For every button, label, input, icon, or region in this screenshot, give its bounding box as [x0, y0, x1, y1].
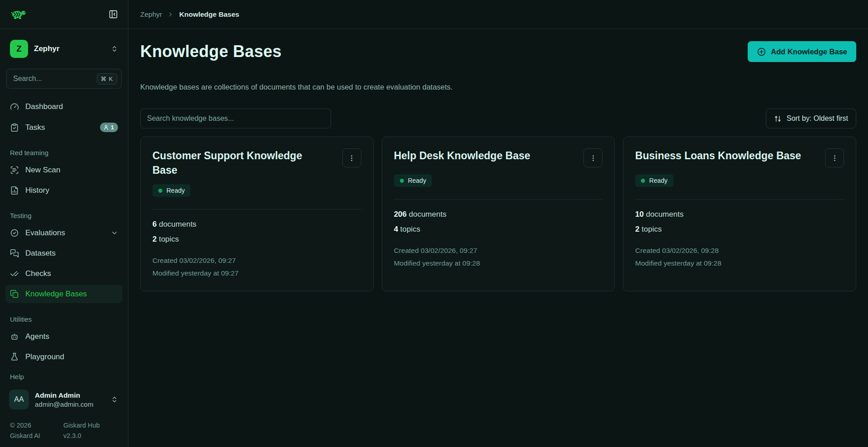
kebab-menu-icon[interactable]: [825, 148, 844, 167]
user-avatar: AA: [9, 390, 29, 409]
card-dates: Created 03/02/2026, 09:27 Modified yeste…: [152, 254, 361, 280]
sort-button[interactable]: Sort by: Oldest first: [766, 109, 856, 128]
sidebar-item-new-scan[interactable]: New Scan: [5, 161, 123, 179]
workspace-selector[interactable]: Z Zephyr: [5, 36, 123, 62]
copyright-row: © 2026 Giskard AI Giskard Hub v2.3.0: [0, 417, 128, 441]
knowledge-base-card[interactable]: Help Desk Knowledge Base Ready 206 docum…: [382, 137, 615, 291]
sidebar-search[interactable]: ⌘ K: [6, 69, 122, 89]
created-date: Created 03/02/2026, 09:27: [394, 244, 603, 257]
sidebar-item-checks[interactable]: Checks: [5, 265, 123, 283]
modified-date: Modified yesterday at 09:27: [152, 267, 361, 280]
workspace-avatar: Z: [10, 40, 28, 58]
sidebar-item-evaluations[interactable]: Evaluations: [5, 224, 123, 242]
chevrons-up-down-icon: [111, 45, 118, 52]
sidebar-item-settings[interactable]: Settings: [5, 368, 123, 373]
sidebar-item-playground[interactable]: Playground: [5, 348, 123, 366]
copyright-text: © 2026 Giskard AI: [10, 420, 55, 441]
plus-circle-icon: [757, 47, 766, 57]
topics-stat: 2 topics: [635, 225, 844, 234]
main-area: Zephyr Knowledge Bases Knowledge Bases A…: [128, 0, 868, 447]
sidebar-item-label: Datasets: [25, 249, 56, 258]
knowledge-base-card[interactable]: Business Loans Knowledge Base Ready 10 d…: [623, 137, 856, 291]
knowledge-base-card[interactable]: Customer Support Knowledge Base Ready 6 …: [140, 137, 374, 291]
sidebar-item-label: Agents: [25, 332, 49, 341]
messages-square-icon: [10, 249, 19, 258]
kebab-menu-icon[interactable]: [342, 148, 361, 167]
page-description: Knowledge bases are collections of docum…: [140, 83, 856, 91]
status-dot-icon: [158, 189, 162, 193]
user-email: admin@admin.com: [35, 400, 105, 408]
books-copy-icon: [10, 290, 19, 299]
user-menu[interactable]: AA Admin Admin admin@admin.com: [5, 387, 123, 412]
sidebar-item-label: Evaluations: [25, 228, 65, 238]
documents-stat: 206 documents: [394, 210, 603, 219]
sidebar-item-knowledge-bases[interactable]: Knowledge Bases: [5, 285, 123, 303]
section-label-utilities: Utilities: [10, 315, 118, 323]
breadcrumb-workspace[interactable]: Zephyr: [140, 10, 162, 19]
status-badge: Ready: [635, 174, 673, 187]
topics-stat: 4 topics: [394, 225, 603, 234]
status-dot-icon: [641, 179, 645, 183]
status-dot-icon: [400, 179, 404, 183]
sidebar-search-input[interactable]: [13, 75, 97, 83]
sidebar-nav: Dashboard Tasks 1 Red teaming New Scan H…: [0, 95, 128, 373]
workspace-name: Zephyr: [34, 44, 105, 53]
file-chart-icon: [10, 186, 19, 195]
sidebar-header: [0, 0, 128, 29]
breadcrumb-current: Knowledge Bases: [179, 10, 239, 19]
section-label-testing: Testing: [10, 212, 118, 219]
kebab-menu-icon[interactable]: [583, 148, 602, 167]
sidebar-item-datasets[interactable]: Datasets: [5, 244, 123, 262]
sidebar-item-dashboard[interactable]: Dashboard: [5, 98, 123, 116]
section-label-red-teaming: Red teaming: [10, 149, 118, 157]
sidebar-item-label: History: [25, 186, 49, 195]
chevron-down-icon: [111, 229, 118, 237]
sidebar-item-label: Dashboard: [25, 102, 63, 111]
documents-stat: 6 documents: [152, 220, 361, 229]
sidebar-footer: Help AA Admin Admin admin@admin.com © 20…: [0, 373, 128, 447]
version-text: Giskard Hub v2.3.0: [63, 420, 109, 441]
card-title: Help Desk Knowledge Base: [394, 148, 531, 163]
sidebar-collapse-button[interactable]: [107, 8, 120, 21]
add-knowledge-base-button[interactable]: Add Knowledge Base: [748, 41, 856, 62]
sidebar-item-agents[interactable]: Agents: [5, 328, 123, 346]
sidebar-item-label: Knowledge Bases: [25, 290, 87, 299]
modified-date: Modified yesterday at 09:28: [394, 257, 603, 270]
clipboard-check-icon: [10, 123, 19, 132]
chevrons-up-down-icon: [111, 396, 118, 403]
sidebar-item-history[interactable]: History: [5, 181, 123, 200]
created-date: Created 03/02/2026, 09:27: [152, 254, 361, 267]
sidebar-item-label: Tasks: [25, 123, 45, 132]
status-badge: Ready: [394, 174, 432, 187]
keyboard-shortcut-badge: ⌘ K: [97, 73, 117, 85]
divider: [152, 209, 361, 209]
page-title: Knowledge Bases: [140, 42, 282, 61]
card-title: Business Loans Knowledge Base: [635, 148, 801, 163]
modified-date: Modified yesterday at 09:28: [635, 257, 844, 270]
breadcrumb: Zephyr Knowledge Bases: [128, 0, 868, 29]
card-dates: Created 03/02/2026, 09:28 Modified yeste…: [635, 244, 844, 270]
card-dates: Created 03/02/2026, 09:27 Modified yeste…: [394, 244, 603, 270]
sidebar-item-label: Playground: [25, 352, 64, 361]
sidebar: Z Zephyr ⌘ K Dashboard Tasks 1 Red teami…: [0, 0, 128, 447]
knowledge-base-card-grid: Customer Support Knowledge Base Ready 6 …: [140, 137, 856, 291]
user-name: Admin Admin: [35, 391, 105, 399]
card-title: Customer Support Knowledge Base: [152, 148, 327, 177]
sidebar-item-tasks[interactable]: Tasks 1: [5, 118, 123, 137]
flask-icon: [10, 352, 19, 361]
giskard-logo-icon: [10, 9, 28, 20]
sidebar-item-label: Checks: [25, 269, 51, 278]
sidebar-item-label: New Scan: [25, 166, 60, 175]
section-label-help: Help: [10, 373, 118, 380]
chevron-right-icon: [167, 11, 174, 18]
check-check-icon: [10, 269, 19, 278]
created-date: Created 03/02/2026, 09:28: [635, 244, 844, 257]
knowledge-base-search-input[interactable]: [140, 109, 331, 128]
documents-stat: 10 documents: [635, 210, 844, 219]
divider: [394, 199, 603, 200]
topics-stat: 2 topics: [152, 235, 361, 244]
divider: [635, 199, 844, 200]
scan-text-icon: [10, 166, 19, 175]
page-content: Knowledge Bases Add Knowledge Base Knowl…: [128, 29, 868, 447]
badge-check-icon: [10, 228, 19, 238]
